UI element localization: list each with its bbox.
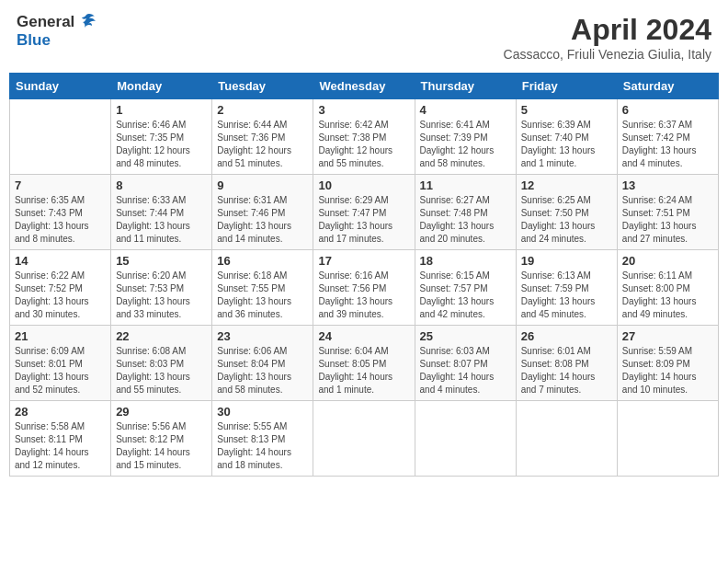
logo-blue: Blue bbox=[17, 31, 51, 50]
day-info: Sunrise: 6:44 AM Sunset: 7:36 PM Dayligh… bbox=[217, 119, 308, 170]
week-row: 1Sunrise: 6:46 AM Sunset: 7:35 PM Daylig… bbox=[10, 99, 719, 175]
day-info: Sunrise: 6:39 AM Sunset: 7:40 PM Dayligh… bbox=[521, 119, 612, 170]
calendar-cell: 17Sunrise: 6:16 AM Sunset: 7:56 PM Dayli… bbox=[313, 250, 415, 326]
calendar-title: April 2024 bbox=[504, 13, 711, 47]
day-number: 10 bbox=[318, 178, 409, 192]
day-number: 30 bbox=[217, 405, 308, 419]
calendar-cell bbox=[415, 401, 516, 477]
day-number: 28 bbox=[15, 405, 106, 419]
calendar-cell: 10Sunrise: 6:29 AM Sunset: 7:47 PM Dayli… bbox=[313, 175, 415, 250]
day-info: Sunrise: 6:13 AM Sunset: 7:59 PM Dayligh… bbox=[521, 270, 612, 321]
calendar-cell: 30Sunrise: 5:55 AM Sunset: 8:13 PM Dayli… bbox=[212, 401, 313, 477]
week-row: 28Sunrise: 5:58 AM Sunset: 8:11 PM Dayli… bbox=[10, 401, 719, 477]
day-number: 20 bbox=[622, 254, 713, 268]
calendar-cell: 4Sunrise: 6:41 AM Sunset: 7:39 PM Daylig… bbox=[415, 99, 516, 175]
day-info: Sunrise: 6:03 AM Sunset: 8:07 PM Dayligh… bbox=[420, 345, 511, 396]
day-number: 6 bbox=[622, 103, 713, 117]
day-number: 12 bbox=[521, 178, 612, 192]
day-info: Sunrise: 6:06 AM Sunset: 8:04 PM Dayligh… bbox=[217, 345, 308, 396]
calendar-cell: 25Sunrise: 6:03 AM Sunset: 8:07 PM Dayli… bbox=[415, 326, 516, 401]
day-of-week-header: Tuesday bbox=[212, 74, 313, 99]
calendar-header-row: SundayMondayTuesdayWednesdayThursdayFrid… bbox=[10, 74, 719, 99]
day-of-week-header: Thursday bbox=[415, 74, 516, 99]
day-number: 24 bbox=[318, 329, 409, 343]
week-row: 14Sunrise: 6:22 AM Sunset: 7:52 PM Dayli… bbox=[10, 250, 719, 326]
day-info: Sunrise: 6:15 AM Sunset: 7:57 PM Dayligh… bbox=[420, 270, 511, 321]
calendar-cell bbox=[313, 401, 415, 477]
day-number: 13 bbox=[622, 178, 713, 192]
day-number: 22 bbox=[116, 329, 207, 343]
calendar-cell: 16Sunrise: 6:18 AM Sunset: 7:55 PM Dayli… bbox=[212, 250, 313, 326]
calendar-cell bbox=[617, 401, 718, 477]
day-info: Sunrise: 6:22 AM Sunset: 7:52 PM Dayligh… bbox=[15, 270, 106, 321]
calendar-cell: 20Sunrise: 6:11 AM Sunset: 8:00 PM Dayli… bbox=[617, 250, 718, 326]
week-row: 21Sunrise: 6:09 AM Sunset: 8:01 PM Dayli… bbox=[10, 326, 719, 401]
calendar-cell: 28Sunrise: 5:58 AM Sunset: 8:11 PM Dayli… bbox=[10, 401, 111, 477]
calendar-cell: 3Sunrise: 6:42 AM Sunset: 7:38 PM Daylig… bbox=[313, 99, 415, 175]
logo-bird-icon bbox=[76, 13, 97, 31]
calendar-cell: 9Sunrise: 6:31 AM Sunset: 7:46 PM Daylig… bbox=[212, 175, 313, 250]
day-info: Sunrise: 6:16 AM Sunset: 7:56 PM Dayligh… bbox=[318, 270, 409, 321]
calendar-cell bbox=[10, 99, 111, 175]
day-info: Sunrise: 6:29 AM Sunset: 7:47 PM Dayligh… bbox=[318, 194, 409, 246]
calendar-table: SundayMondayTuesdayWednesdayThursdayFrid… bbox=[9, 73, 719, 477]
calendar-cell: 22Sunrise: 6:08 AM Sunset: 8:03 PM Dayli… bbox=[111, 326, 212, 401]
day-info: Sunrise: 6:20 AM Sunset: 7:53 PM Dayligh… bbox=[116, 270, 207, 321]
day-number: 15 bbox=[116, 254, 207, 268]
calendar-cell: 24Sunrise: 6:04 AM Sunset: 8:05 PM Dayli… bbox=[313, 326, 415, 401]
day-info: Sunrise: 6:33 AM Sunset: 7:44 PM Dayligh… bbox=[116, 194, 207, 246]
day-number: 17 bbox=[318, 254, 409, 268]
day-info: Sunrise: 6:37 AM Sunset: 7:42 PM Dayligh… bbox=[622, 119, 713, 170]
day-info: Sunrise: 6:08 AM Sunset: 8:03 PM Dayligh… bbox=[116, 345, 207, 396]
day-number: 16 bbox=[217, 254, 308, 268]
day-info: Sunrise: 5:59 AM Sunset: 8:09 PM Dayligh… bbox=[622, 345, 713, 396]
day-number: 9 bbox=[217, 178, 308, 192]
logo: General Blue bbox=[17, 13, 97, 50]
week-row: 7Sunrise: 6:35 AM Sunset: 7:43 PM Daylig… bbox=[10, 175, 719, 250]
day-number: 2 bbox=[217, 103, 308, 117]
day-of-week-header: Wednesday bbox=[313, 74, 415, 99]
calendar-cell: 7Sunrise: 6:35 AM Sunset: 7:43 PM Daylig… bbox=[10, 175, 111, 250]
day-info: Sunrise: 6:46 AM Sunset: 7:35 PM Dayligh… bbox=[116, 119, 207, 170]
day-number: 3 bbox=[318, 103, 409, 117]
day-of-week-header: Saturday bbox=[617, 74, 718, 99]
day-of-week-header: Friday bbox=[516, 74, 617, 99]
calendar-cell: 6Sunrise: 6:37 AM Sunset: 7:42 PM Daylig… bbox=[617, 99, 718, 175]
day-of-week-header: Sunday bbox=[10, 74, 111, 99]
day-number: 11 bbox=[420, 178, 511, 192]
day-info: Sunrise: 6:09 AM Sunset: 8:01 PM Dayligh… bbox=[15, 345, 106, 396]
day-info: Sunrise: 6:04 AM Sunset: 8:05 PM Dayligh… bbox=[318, 345, 409, 396]
calendar-cell: 29Sunrise: 5:56 AM Sunset: 8:12 PM Dayli… bbox=[111, 401, 212, 477]
day-info: Sunrise: 6:27 AM Sunset: 7:48 PM Dayligh… bbox=[420, 194, 511, 246]
logo-general: General bbox=[17, 13, 74, 31]
day-info: Sunrise: 6:01 AM Sunset: 8:08 PM Dayligh… bbox=[521, 345, 612, 396]
calendar-cell: 8Sunrise: 6:33 AM Sunset: 7:44 PM Daylig… bbox=[111, 175, 212, 250]
day-number: 21 bbox=[15, 329, 106, 343]
day-number: 4 bbox=[420, 103, 511, 117]
day-info: Sunrise: 6:31 AM Sunset: 7:46 PM Dayligh… bbox=[217, 194, 308, 246]
day-of-week-header: Monday bbox=[111, 74, 212, 99]
calendar-cell: 19Sunrise: 6:13 AM Sunset: 7:59 PM Dayli… bbox=[516, 250, 617, 326]
day-info: Sunrise: 6:24 AM Sunset: 7:51 PM Dayligh… bbox=[622, 194, 713, 246]
calendar-cell: 12Sunrise: 6:25 AM Sunset: 7:50 PM Dayli… bbox=[516, 175, 617, 250]
calendar-cell: 23Sunrise: 6:06 AM Sunset: 8:04 PM Dayli… bbox=[212, 326, 313, 401]
calendar-cell bbox=[516, 401, 617, 477]
calendar-cell: 13Sunrise: 6:24 AM Sunset: 7:51 PM Dayli… bbox=[617, 175, 718, 250]
day-info: Sunrise: 6:25 AM Sunset: 7:50 PM Dayligh… bbox=[521, 194, 612, 246]
day-info: Sunrise: 5:55 AM Sunset: 8:13 PM Dayligh… bbox=[217, 420, 308, 472]
day-number: 26 bbox=[521, 329, 612, 343]
calendar-cell: 18Sunrise: 6:15 AM Sunset: 7:57 PM Dayli… bbox=[415, 250, 516, 326]
calendar-cell: 1Sunrise: 6:46 AM Sunset: 7:35 PM Daylig… bbox=[111, 99, 212, 175]
day-info: Sunrise: 5:56 AM Sunset: 8:12 PM Dayligh… bbox=[116, 420, 207, 472]
day-number: 7 bbox=[15, 178, 106, 192]
day-number: 27 bbox=[622, 329, 713, 343]
calendar-cell: 15Sunrise: 6:20 AM Sunset: 7:53 PM Dayli… bbox=[111, 250, 212, 326]
calendar-cell: 14Sunrise: 6:22 AM Sunset: 7:52 PM Dayli… bbox=[10, 250, 111, 326]
calendar-cell: 21Sunrise: 6:09 AM Sunset: 8:01 PM Dayli… bbox=[10, 326, 111, 401]
day-info: Sunrise: 5:58 AM Sunset: 8:11 PM Dayligh… bbox=[15, 420, 106, 472]
day-info: Sunrise: 6:18 AM Sunset: 7:55 PM Dayligh… bbox=[217, 270, 308, 321]
calendar-cell: 26Sunrise: 6:01 AM Sunset: 8:08 PM Dayli… bbox=[516, 326, 617, 401]
calendar-cell: 2Sunrise: 6:44 AM Sunset: 7:36 PM Daylig… bbox=[212, 99, 313, 175]
day-number: 8 bbox=[116, 178, 207, 192]
day-info: Sunrise: 6:41 AM Sunset: 7:39 PM Dayligh… bbox=[420, 119, 511, 170]
